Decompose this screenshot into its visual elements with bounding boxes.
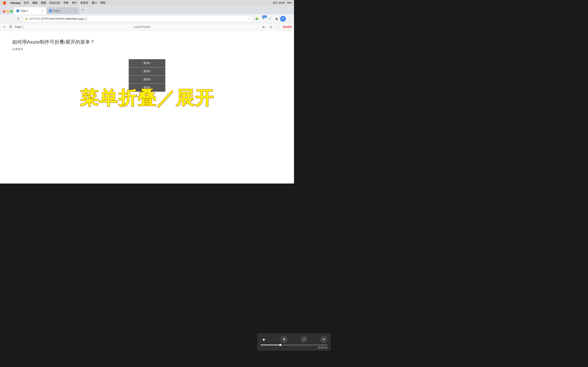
- main-content: 如何用Axure制作可折叠/展开的菜单？ by肇春来 菜单1 菜单2 菜单3 菜…: [0, 31, 294, 184]
- tab-2-close-button[interactable]: ✕: [73, 9, 77, 12]
- apple-logo-icon: 🍎: [2, 1, 6, 5]
- address-input[interactable]: 🔒 127.0.0.1:32767/start.html#id=rap8e4&p…: [22, 16, 253, 22]
- menu-users[interactable]: 用户: [72, 1, 77, 5]
- macos-menu-bar: 🍎 Chrome 文件 编辑 视图 历史记录 书签 用户 标签页 窗口 帮助 周…: [0, 0, 294, 6]
- menubar-time: 周三 18:55: [273, 1, 285, 5]
- back-button[interactable]: ‹: [2, 16, 7, 22]
- toolbar-right: 🧩 ✦ New ✓ 🔌 P ⋮: [254, 16, 292, 22]
- menu-edit[interactable]: 编辑: [32, 1, 38, 5]
- page-subtitle: by肇春来: [12, 47, 282, 51]
- menubar-battery: 79%: [287, 1, 292, 4]
- menu-file[interactable]: 文件: [24, 1, 29, 5]
- tab-1-title: Page 1: [20, 9, 40, 12]
- axure-toolbar: ✕ ☰ Page 1 Local Preview ⊞ ⊡ ⋮ axure: [0, 23, 294, 31]
- tab-2-title: Page 1: [53, 9, 72, 12]
- axure-toolbar-right: ⊞ ⊡ ⋮ axure: [261, 24, 292, 30]
- menubar-right: 周三 18:55 79%: [273, 1, 292, 5]
- new-tab-button[interactable]: +: [80, 7, 86, 13]
- tab-bar: P Page 1 ✕ P Page 1 ✕ +: [0, 6, 294, 14]
- window-close-button[interactable]: [3, 10, 5, 13]
- more-button[interactable]: ⋮: [287, 16, 292, 22]
- window-maximize-button[interactable]: [10, 10, 13, 13]
- axure-page-label: Page 1: [15, 25, 23, 28]
- axure-frame-button[interactable]: ⊡: [268, 24, 274, 30]
- menu-bookmarks[interactable]: 书签: [63, 1, 69, 5]
- axure-menu-button[interactable]: ☰: [8, 25, 13, 29]
- tab-2-favicon: P: [49, 9, 52, 12]
- address-text: 127.0.0.1:32767/start.html#id=rap8e4&p=p…: [29, 17, 246, 20]
- checkmark-button[interactable]: ✓: [267, 16, 273, 22]
- address-bar: ‹ › ↻ 🔒 127.0.0.1:32767/start.html#id=ra…: [0, 14, 294, 23]
- axure-grid-button[interactable]: ⊞: [261, 24, 267, 30]
- overlay-text: 菜单折叠／展开: [12, 86, 282, 110]
- menu-view[interactable]: 视图: [41, 1, 46, 5]
- menu-item-1[interactable]: 菜单1: [129, 59, 165, 67]
- menu-tabs[interactable]: 标签页: [80, 1, 88, 5]
- bookmark-star-icon: ☆: [247, 17, 250, 20]
- tab-2[interactable]: P Page 1 ✕: [47, 7, 79, 14]
- new-badge: New: [262, 16, 267, 18]
- bing-copilot-button[interactable]: ✦ New: [260, 16, 266, 22]
- chrome-window: P Page 1 ✕ P Page 1 ✕ + ‹ › ↻ 🔒 127.0.0.…: [0, 6, 294, 184]
- extensions-button[interactable]: 🧩: [254, 16, 260, 22]
- axure-more-button[interactable]: ⋮: [276, 24, 281, 30]
- menu-chrome[interactable]: Chrome: [10, 1, 20, 4]
- axure-logo: axure: [283, 25, 292, 29]
- axure-close-button[interactable]: ✕: [2, 25, 7, 29]
- page-title: 如何用Axure制作可折叠/展开的菜单？: [12, 39, 282, 45]
- menu-help[interactable]: 帮助: [100, 1, 105, 5]
- local-preview-label: Local Preview: [134, 25, 150, 28]
- menu-window[interactable]: 窗口: [92, 1, 97, 5]
- menu-history[interactable]: 历史记录: [49, 1, 60, 5]
- window-controls: [2, 8, 14, 14]
- tab-1[interactable]: P Page 1 ✕: [14, 7, 47, 14]
- profile-button[interactable]: P: [280, 16, 286, 22]
- forward-button[interactable]: ›: [9, 16, 14, 22]
- reload-button[interactable]: ↻: [16, 16, 21, 22]
- window-minimize-button[interactable]: [7, 10, 9, 13]
- puzzle-button[interactable]: 🔌: [274, 16, 279, 22]
- tab-1-favicon: P: [16, 9, 19, 12]
- menu-item-3[interactable]: 菜单3: [129, 75, 165, 83]
- menu-item-2[interactable]: 菜单2: [129, 67, 165, 75]
- tab-1-close-button[interactable]: ✕: [41, 9, 44, 12]
- lock-icon: 🔒: [25, 17, 28, 20]
